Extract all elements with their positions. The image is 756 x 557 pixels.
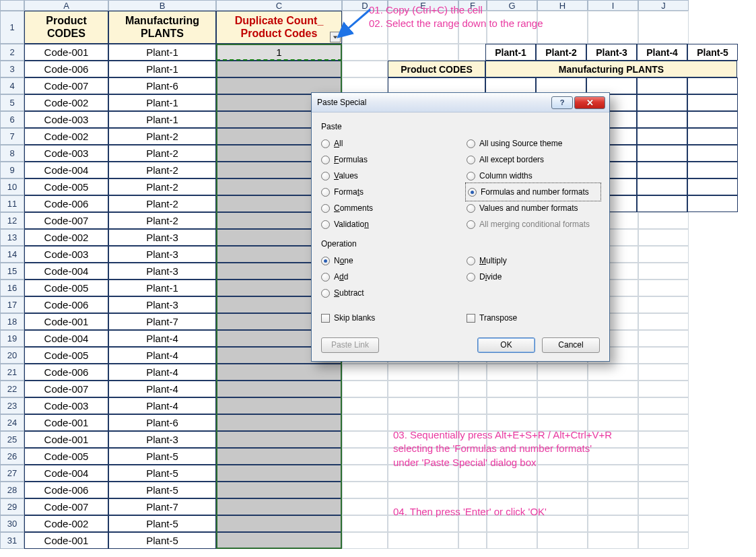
cell-A28[interactable]: Code-006 xyxy=(24,482,108,498)
cell-C29[interactable] xyxy=(216,498,342,515)
cell-I25[interactable] xyxy=(588,431,638,448)
cell-D31[interactable] xyxy=(342,532,388,549)
cell-H26[interactable] xyxy=(537,448,588,465)
cell-I29[interactable] xyxy=(588,498,638,515)
cell-F26[interactable] xyxy=(458,448,487,465)
cell-D2[interactable] xyxy=(342,44,388,61)
cancel-button[interactable]: Cancel xyxy=(542,337,600,353)
cell-B19[interactable]: Plant-4 xyxy=(108,330,216,347)
cell-F28[interactable] xyxy=(458,482,487,498)
paste-radio-4[interactable]: Values and number formats xyxy=(467,200,600,216)
cell-B13[interactable]: Plant-3 xyxy=(108,229,216,246)
cell-I30[interactable] xyxy=(588,515,638,532)
cell-A16[interactable]: Code-005 xyxy=(24,280,108,296)
side-cell[interactable] xyxy=(637,178,687,195)
cell-B12[interactable]: Plant-2 xyxy=(108,212,216,229)
cell-B14[interactable]: Plant-3 xyxy=(108,246,216,263)
cell-F21[interactable] xyxy=(458,364,487,381)
cell-B22[interactable]: Plant-4 xyxy=(108,381,216,397)
cell-C25[interactable] xyxy=(216,431,342,448)
cell-A2[interactable]: Code-001 xyxy=(24,44,108,61)
col-header-E[interactable]: E xyxy=(388,0,458,11)
col-header-I[interactable]: I xyxy=(588,0,638,11)
cell-D28[interactable] xyxy=(342,482,388,498)
col-header-C[interactable]: C xyxy=(216,0,342,11)
col-header-H[interactable]: H xyxy=(537,0,588,11)
paste-radio-5[interactable]: Validation xyxy=(321,216,467,232)
filter-dropdown-icon[interactable] xyxy=(330,32,341,42)
cell-A5[interactable]: Code-002 xyxy=(24,94,108,111)
cell-F30[interactable] xyxy=(458,515,487,532)
cell-F24[interactable] xyxy=(458,414,487,431)
cell-B30[interactable]: Plant-5 xyxy=(108,515,216,532)
side-cell[interactable] xyxy=(637,162,687,178)
paste-radio-3[interactable]: Formats xyxy=(321,184,467,200)
dialog-titlebar[interactable]: Paste Special ? ✕ xyxy=(312,93,609,112)
cell-G28[interactable] xyxy=(487,482,537,498)
col-header-A[interactable]: A xyxy=(24,0,108,11)
cell-B6[interactable]: Plant-1 xyxy=(108,111,216,128)
cell-B7[interactable]: Plant-2 xyxy=(108,128,216,145)
ok-button[interactable]: OK xyxy=(477,337,535,353)
cell-B5[interactable]: Plant-1 xyxy=(108,94,216,111)
cell-J13[interactable] xyxy=(638,229,689,246)
cell-I27[interactable] xyxy=(588,465,638,482)
cell-J21[interactable] xyxy=(638,364,689,381)
row-header-18[interactable]: 18 xyxy=(0,313,24,330)
side-cell[interactable] xyxy=(687,77,738,94)
cell-A11[interactable]: Code-006 xyxy=(24,195,108,212)
cell-J27[interactable] xyxy=(638,465,689,482)
cell-A10[interactable]: Code-005 xyxy=(24,178,108,195)
cell-A13[interactable]: Code-002 xyxy=(24,229,108,246)
side-cell[interactable] xyxy=(637,111,687,128)
col-header-G[interactable]: G xyxy=(487,0,537,11)
cell-H24[interactable] xyxy=(537,414,588,431)
cell-B15[interactable]: Plant-3 xyxy=(108,263,216,280)
cell-A24[interactable]: Code-001 xyxy=(24,414,108,431)
cell-B17[interactable]: Plant-3 xyxy=(108,296,216,313)
cell-G30[interactable] xyxy=(487,515,537,532)
cell-E28[interactable] xyxy=(388,482,458,498)
op-radio-2[interactable]: Subtract xyxy=(321,285,467,301)
paste-radio-0[interactable]: All using Source theme xyxy=(467,135,600,152)
close-button[interactable]: ✕ xyxy=(574,96,605,109)
row-header-12[interactable]: 12 xyxy=(0,212,24,229)
side-row-header[interactable]: Product CODES xyxy=(388,61,485,77)
cell-J28[interactable] xyxy=(638,482,689,498)
cell-F23[interactable] xyxy=(458,397,487,414)
cell-H29[interactable] xyxy=(537,498,588,515)
side-col-2[interactable]: Plant-2 xyxy=(536,44,586,61)
cell-C3[interactable] xyxy=(216,61,342,77)
cell-C30[interactable] xyxy=(216,515,342,532)
cell-D21[interactable] xyxy=(342,364,388,381)
cell-B16[interactable]: Plant-1 xyxy=(108,280,216,296)
cell-D23[interactable] xyxy=(342,397,388,414)
side-col-4[interactable]: Plant-4 xyxy=(637,44,687,61)
side-cell[interactable] xyxy=(637,128,687,145)
col-header-D[interactable]: D xyxy=(342,0,388,11)
row-header-5[interactable]: 5 xyxy=(0,94,24,111)
cell-G1[interactable] xyxy=(487,11,537,44)
cell-J15[interactable] xyxy=(638,263,689,280)
cell-B26[interactable]: Plant-5 xyxy=(108,448,216,465)
paste-radio-1[interactable]: Formulas xyxy=(321,152,467,168)
cell-J19[interactable] xyxy=(638,330,689,347)
row-header-8[interactable]: 8 xyxy=(0,145,24,162)
side-cell[interactable] xyxy=(637,94,687,111)
cell-B24[interactable]: Plant-6 xyxy=(108,414,216,431)
row-header-21[interactable]: 21 xyxy=(0,364,24,381)
cell-J12[interactable] xyxy=(638,212,689,229)
cell-E2[interactable] xyxy=(388,44,458,61)
row-header-28[interactable]: 28 xyxy=(0,482,24,498)
cell-B11[interactable]: Plant-2 xyxy=(108,195,216,212)
cell-H1[interactable] xyxy=(537,11,588,44)
cell-A31[interactable]: Code-001 xyxy=(24,532,108,549)
cell-I31[interactable] xyxy=(588,532,638,549)
side-cell[interactable] xyxy=(637,195,687,212)
side-col-3[interactable]: Plant-3 xyxy=(586,44,637,61)
row-header-22[interactable]: 22 xyxy=(0,381,24,397)
cell-F29[interactable] xyxy=(458,498,487,515)
cell-A15[interactable]: Code-004 xyxy=(24,263,108,280)
cell-J26[interactable] xyxy=(638,448,689,465)
row-header-15[interactable]: 15 xyxy=(0,263,24,280)
